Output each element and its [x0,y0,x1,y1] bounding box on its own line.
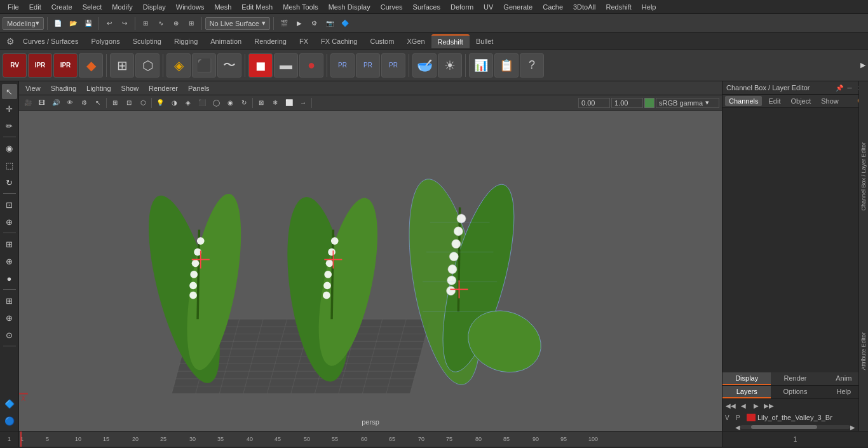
snap-view-button[interactable]: ⊞ [184,17,198,31]
snap-curve-button[interactable]: ∿ [154,17,168,31]
layer-tab-options[interactable]: Options [771,386,819,398]
shelf-icon-grid[interactable]: ⊞ [110,53,134,78]
layer-tab-layers[interactable]: Layers [722,386,771,398]
paint-tool[interactable]: ✏ [2,118,17,133]
layer-color-swatch[interactable] [747,414,756,421]
bottom-tool1[interactable]: 🔷 [2,396,17,411]
tab-redshift[interactable]: Redshift [431,34,470,48]
vp-icon-hide[interactable]: 👁 [64,97,76,109]
tab-rigging[interactable]: Rigging [168,35,204,48]
tab-sculpting[interactable]: Sculpting [126,35,168,48]
rotate-tool[interactable]: ↻ [2,175,17,190]
render-settings-button[interactable]: ⚙ [308,17,322,31]
menu-redshift[interactable]: Redshift [600,2,636,12]
menu-mesh-tools[interactable]: Mesh Tools [278,2,323,12]
shelf-icon-wave[interactable]: 〜 [217,53,241,78]
menu-uv[interactable]: UV [478,2,498,12]
move-tool[interactable]: ✛ [2,101,17,116]
vp-icon-isolate[interactable]: ⊠ [255,97,268,109]
vp-icon-render3[interactable]: ◈ [182,97,194,109]
cb-display-tab[interactable]: Display [722,372,771,385]
soft-select-tool[interactable]: ◉ [2,140,17,156]
render-view-button[interactable]: 📷 [323,17,337,31]
undo-button[interactable]: ↩ [102,17,116,31]
scroll-left-arrow[interactable]: ◀ [735,424,740,431]
menu-surfaces[interactable]: Surfaces [408,2,445,12]
vp-field-1[interactable]: 0.00 [578,98,610,108]
vp-menu-show[interactable]: Show [118,83,143,93]
vp-color-box[interactable] [644,98,654,108]
tool5[interactable]: ⊞ [2,293,17,308]
tab-polygons[interactable]: Polygons [85,35,126,48]
save-scene-button[interactable]: 💾 [81,17,95,31]
attribute-editor-label[interactable]: Attribute Editor [860,332,867,370]
shelf-icon-rs[interactable]: ◆ [79,53,103,78]
vp-menu-shading[interactable]: Shading [47,83,80,93]
tab-bullet[interactable]: Bullet [470,35,500,48]
cb-minimize-button[interactable]: ─ [845,83,854,92]
shelf-scroll-right[interactable]: ▶ [860,61,865,69]
menu-edit[interactable]: Edit [24,2,46,12]
anim-tool[interactable]: ⊕ [2,254,17,269]
menu-file[interactable]: File [3,2,24,12]
tab-custom[interactable]: Custom [364,35,401,48]
shelf-icon-ipr2[interactable]: IPR [53,53,78,78]
shelf-icon-pr1[interactable]: PR [330,53,355,78]
menu-curves[interactable]: Curves [376,2,408,12]
cb-render-tab[interactable]: Render [771,372,819,385]
cb-tab-edit[interactable]: Edit [764,96,784,106]
vp-gamma-dropdown[interactable]: sRGB gamma ▾ [656,98,719,108]
shelf-icon-chart[interactable]: 📊 [469,53,493,78]
layer-visible[interactable]: V [725,414,734,421]
tab-animation[interactable]: Animation [204,35,248,48]
vp-menu-panels[interactable]: Panels [184,83,214,93]
vp-icon-refresh[interactable]: ↻ [238,97,250,109]
ipr-button[interactable]: ▶ [292,17,306,31]
hypershade-button[interactable]: 🔷 [338,17,352,31]
render-button[interactable]: 🎬 [277,17,291,31]
vp-icon-arrow2[interactable]: → [297,97,309,109]
layer-scrollbar[interactable]: ◀ ▶ [722,423,868,431]
menu-mesh-display[interactable]: Mesh Display [323,2,376,12]
tab-rendering[interactable]: Rendering [248,35,293,48]
menu-windows[interactable]: Windows [171,2,210,12]
scrollbar-thumb[interactable] [751,425,817,429]
shelf-icon-sun[interactable]: ☀ [438,53,462,78]
layer-icon-next1[interactable]: ▶ [750,400,762,411]
bottom-tool2[interactable]: 🔵 [2,413,17,428]
vp-menu-view[interactable]: View [22,83,44,93]
vp-icon-mesh[interactable]: ⊡ [123,97,135,109]
menu-select[interactable]: Select [78,2,107,12]
shelf-icon-diamond[interactable]: ◈ [166,53,191,78]
cb-tab-channels[interactable]: Channels [725,96,762,106]
menu-deform[interactable]: Deform [445,2,478,12]
timeline-range-start[interactable]: 1 [0,431,19,447]
scrollbar-track[interactable] [740,425,850,429]
menu-help[interactable]: Help [637,2,661,12]
menu-display[interactable]: Display [138,2,171,12]
vp-icon-cog[interactable]: ⚙ [78,97,90,109]
vp-icon-grid2[interactable]: ⊞ [109,97,121,109]
display-tool[interactable]: ⊞ [2,236,17,252]
new-scene-button[interactable]: 📄 [51,17,65,31]
cb-pin-button[interactable]: 📌 [835,83,844,92]
redo-button[interactable]: ↪ [118,17,132,31]
render-tool[interactable]: ● [2,271,17,286]
vp-icon-bounding[interactable]: ⬜ [283,97,295,109]
vp-menu-lighting[interactable]: Lighting [83,83,115,93]
live-surface-dropdown[interactable]: No Live Surface ▾ [205,17,270,30]
tool7[interactable]: ⊙ [2,327,17,343]
tab-curves-surfaces[interactable]: Curves / Surfaces [17,35,85,48]
select-tool[interactable]: ↖ [2,84,17,99]
layer-icon-prev2[interactable]: ◀ [738,400,749,411]
vp-icon-arrow[interactable]: ↖ [92,97,104,109]
region-tool[interactable]: ⊕ [2,214,17,229]
scroll-right-arrow[interactable]: ▶ [850,424,855,431]
shelf-icon-pr2[interactable]: PR [356,53,380,78]
cb-tab-object[interactable]: Object [787,96,815,106]
viewport-canvas[interactable]: Y X persp [19,111,722,431]
snap-tool[interactable]: ⊡ [2,197,17,212]
vp-icon-tex[interactable]: ⬛ [196,97,208,109]
shelf-icon-ipr[interactable]: IPR [28,53,52,78]
shelf-icon-blend[interactable]: ⬛ [192,53,216,78]
